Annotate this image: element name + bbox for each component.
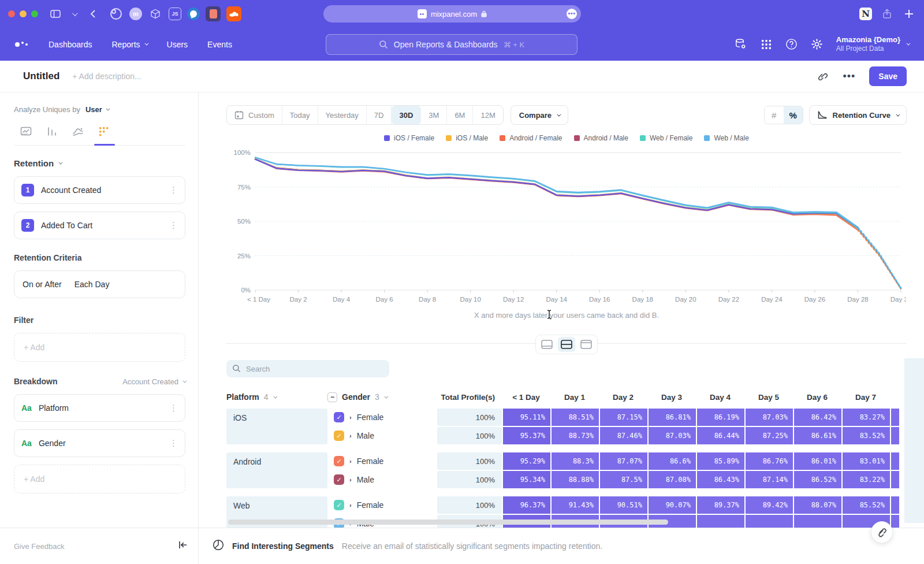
select-all-checkbox[interactable]: − (327, 392, 337, 402)
table-row[interactable]: ✓›Female100%96.37%91.43%90.51%90.07%89.3… (327, 496, 899, 514)
expand-row-icon[interactable]: › (349, 476, 352, 483)
segment-checkbox[interactable]: ✓ (334, 500, 344, 510)
table-search-input[interactable] (226, 360, 389, 377)
retention-value-cell[interactable]: 89.37% (697, 496, 744, 514)
retention-value-cell[interactable]: 95.37% (503, 427, 550, 444)
step-menu-icon[interactable]: ⋮ (169, 185, 178, 195)
segment-checkbox[interactable]: ✓ (334, 431, 344, 441)
retention-value-cell[interactable]: 86.44% (697, 427, 744, 444)
help-icon[interactable] (785, 38, 798, 51)
nav-reports[interactable]: Reports (112, 40, 147, 49)
tab-retention[interactable] (98, 125, 110, 138)
extension-cube-icon[interactable] (148, 6, 163, 21)
legend-item[interactable]: Web / Male (704, 134, 748, 142)
range-12m[interactable]: 12M (473, 106, 502, 124)
horizontal-scrollbar[interactable] (228, 520, 668, 525)
retention-value-cell[interactable]: 95.11% (503, 409, 550, 426)
retention-value-cell[interactable]: 87.14% (746, 471, 793, 488)
compare-button[interactable]: Compare (511, 105, 568, 125)
retention-value-cell[interactable]: 86.52% (794, 471, 841, 488)
data-management-icon[interactable] (735, 38, 747, 51)
criteria-interval[interactable]: Each Day (74, 280, 110, 289)
collapse-sidebar-icon[interactable] (178, 540, 188, 552)
platform-column-header[interactable]: Platform 4 (226, 392, 327, 402)
new-tab-icon[interactable] (902, 7, 916, 21)
table-search[interactable] (226, 360, 389, 377)
table-row[interactable]: ✓›Female100%95.11%88.51%87.15%86.81%86.1… (327, 409, 899, 426)
apps-grid-icon[interactable] (760, 38, 773, 51)
breakdown-gender[interactable]: Aa Gender ⋮ (14, 429, 185, 457)
retention-value-cell[interactable]: 86.19% (697, 409, 744, 426)
retention-value-cell[interactable]: 83.27% (843, 409, 890, 426)
retention-value-cell[interactable]: 89.42% (746, 496, 793, 514)
range-30d[interactable]: 30D (392, 106, 421, 124)
breakdown-menu-icon[interactable]: ⋮ (169, 403, 178, 413)
range-7d[interactable]: 7D (367, 106, 392, 124)
retention-step-1[interactable]: 1 Account Created ⋮ (14, 176, 185, 204)
copy-link-icon[interactable] (816, 70, 829, 83)
settings-gear-icon[interactable] (811, 38, 824, 51)
retention-value-cell[interactable]: 87.46% (600, 427, 647, 444)
segment-checkbox[interactable]: ✓ (334, 456, 344, 466)
give-feedback-link[interactable]: Give Feedback (14, 542, 64, 551)
extension-bird-icon[interactable] (187, 8, 200, 20)
segment-checkbox[interactable]: ✓ (334, 474, 344, 485)
step-menu-icon[interactable]: ⋮ (169, 220, 178, 231)
retention-value-cell[interactable]: 87.15% (600, 409, 647, 426)
range-3m[interactable]: 3M (421, 106, 447, 124)
retention-value-cell[interactable]: 90.07% (649, 496, 696, 514)
nav-dashboards[interactable]: Dashboards (49, 40, 92, 49)
window-controls[interactable] (8, 10, 38, 17)
retention-value-cell[interactable]: 95.34% (503, 471, 550, 488)
nav-users[interactable]: Users (167, 40, 188, 49)
retention-value-cell[interactable]: 85.89% (697, 452, 744, 470)
range-6m[interactable]: 6M (447, 106, 473, 124)
range-custom[interactable]: Custom (227, 106, 282, 124)
vertical-scrollbar-track[interactable] (904, 358, 924, 523)
add-breakdown-button[interactable]: + Add (14, 465, 185, 494)
expand-row-icon[interactable]: › (349, 502, 352, 509)
retention-value-cell[interactable]: 96.37% (503, 496, 550, 514)
retention-value-cell[interactable]: 90.51% (600, 496, 647, 514)
retention-value-cell[interactable]: 86.42% (794, 409, 841, 426)
retention-value-cell[interactable]: 88.3% (552, 452, 599, 470)
retention-value-cell[interactable]: 86.81% (649, 409, 696, 426)
retention-value-cell[interactable]: 86.01% (794, 452, 841, 470)
chart-only-toggle[interactable] (538, 337, 556, 352)
analyze-entity-select[interactable]: User (85, 105, 109, 114)
breakdown-platform[interactable]: Aa Platform ⋮ (14, 394, 185, 422)
number-format-button[interactable]: # (765, 106, 784, 124)
segment-checkbox[interactable]: ✓ (334, 412, 344, 422)
share-link-fab[interactable] (871, 521, 893, 543)
expand-row-icon[interactable]: › (349, 432, 352, 439)
retention-criteria-card[interactable]: On or After Each Day (14, 270, 185, 298)
retention-value-cell[interactable]: 88.51% (552, 409, 599, 426)
tab-funnels[interactable] (46, 125, 58, 138)
extension-m-icon[interactable]: m (129, 8, 142, 20)
retention-step-2[interactable]: 2 Added To Cart ⋮ (14, 212, 185, 239)
split-view-toggle[interactable] (558, 337, 575, 352)
add-filter-button[interactable]: + Add (14, 333, 185, 362)
retention-value-cell[interactable]: 87.5% (600, 471, 647, 488)
retention-value-cell[interactable]: 95.29% (503, 452, 550, 470)
range-yesterday[interactable]: Yesterday (318, 106, 367, 124)
extension-target-icon[interactable] (109, 6, 124, 21)
retention-value-cell[interactable]: 91.43% (552, 496, 599, 514)
nav-events[interactable]: Events (207, 40, 232, 49)
extension-soundcloud-icon[interactable] (226, 6, 241, 21)
address-bar[interactable]: mixpanel.com ••• (323, 5, 581, 23)
retention-value-cell[interactable]: 86.76% (746, 452, 793, 470)
gender-column-header[interactable]: − Gender 3 (327, 392, 437, 402)
retention-value-cell[interactable]: 86.61% (794, 427, 841, 444)
retention-value-cell[interactable] (794, 515, 841, 528)
retention-chart[interactable]: 100%75%50%25%0%< 1 DayDay 2Day 4Day 6Day… (226, 146, 907, 307)
table-row[interactable]: ✓›Male100%95.34%88.88%87.5%87.08%86.43%8… (327, 471, 899, 488)
retention-value-cell[interactable]: 88.73% (552, 427, 599, 444)
close-window-button[interactable] (8, 10, 15, 17)
back-icon[interactable] (85, 7, 99, 21)
notion-extension-icon[interactable]: N (859, 8, 872, 20)
legend-item[interactable]: iOS / Female (384, 134, 434, 142)
extension-reader-icon[interactable] (206, 6, 221, 21)
mixpanel-logo[interactable] (15, 42, 28, 47)
retention-value-cell[interactable] (746, 515, 793, 528)
